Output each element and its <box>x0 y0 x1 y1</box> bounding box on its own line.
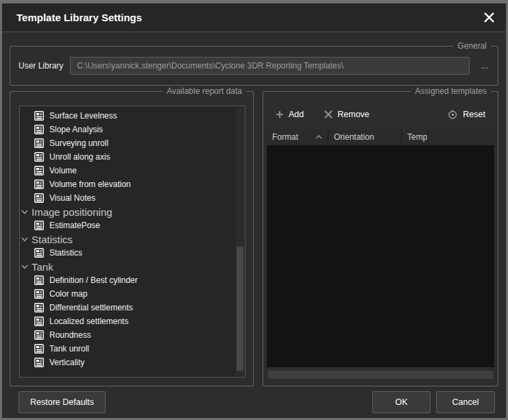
report-icon <box>34 221 44 230</box>
report-icon <box>34 138 44 148</box>
report-icon <box>34 248 44 258</box>
report-icon <box>34 125 44 134</box>
tree-item-row[interactable]: Volume from elevation <box>20 177 245 191</box>
tree-row-label: Color map <box>49 289 87 299</box>
table-body-empty[interactable] <box>267 145 494 367</box>
general-legend: General <box>453 40 491 51</box>
horizontal-scrollbar-thumb[interactable] <box>268 371 493 379</box>
cancel-button[interactable]: Cancel <box>436 391 495 413</box>
tree-row-label: Unroll along axis <box>49 152 110 162</box>
column-header-empty[interactable] <box>428 129 494 145</box>
report-icon <box>34 344 44 354</box>
assigned-templates-groupbox: Assigned templates Add Remove <box>263 91 498 386</box>
tree-item-row[interactable]: Slope Analysis <box>20 123 245 136</box>
tree-item-row[interactable]: Volume <box>20 164 245 177</box>
tree-row-label: Statistics <box>49 248 82 258</box>
tree-row-label: Verticality <box>49 358 84 367</box>
report-icon <box>34 180 44 189</box>
tree-item-row[interactable]: Unroll along axis <box>20 150 245 164</box>
tree-group-row[interactable]: Image positioning <box>20 205 245 219</box>
report-icon <box>34 358 44 367</box>
tree-item-row[interactable]: Verticality <box>20 356 245 369</box>
tree-row-label: Volume from elevation <box>49 180 131 189</box>
tree-item-row[interactable]: Color map <box>20 287 245 301</box>
tree-item-row[interactable]: Statistics <box>20 246 245 260</box>
tree-row-label: Surveying unroll <box>49 138 108 148</box>
add-button[interactable]: Add <box>271 108 308 121</box>
report-icon <box>34 317 44 326</box>
tree-row-label: Image positioning <box>32 206 112 218</box>
tree-item-row[interactable]: Surveying unroll <box>20 136 245 150</box>
remove-button[interactable]: Remove <box>320 108 374 121</box>
middle-panels: Available report data Surface LevelnessS… <box>10 91 498 386</box>
report-icon <box>34 275 44 285</box>
assigned-templates-table: FormatOrientationTemp <box>267 129 494 367</box>
tree-row-label: Roundness <box>49 330 91 340</box>
general-groupbox: General User Library C:\Users\yannick.st… <box>10 46 498 86</box>
assigned-templates-legend: Assigned templates <box>411 86 491 97</box>
close-button[interactable] <box>480 9 498 27</box>
tree-row-label: Surface Levelness <box>49 111 117 121</box>
report-data-tree: Surface LevelnessSlope AnalysisSurveying… <box>20 106 245 377</box>
template-library-settings-dialog: Template Library Settings General User L… <box>0 0 508 420</box>
chevron-down-icon <box>21 264 28 269</box>
chevron-down-icon <box>21 210 28 214</box>
table-header-row: FormatOrientationTemp <box>267 129 494 145</box>
ok-button[interactable]: OK <box>372 391 431 413</box>
tree-row-label: Volume <box>49 166 77 175</box>
reset-circular-arrow-icon <box>448 110 458 120</box>
user-library-label: User Library <box>19 61 63 71</box>
column-header-label: Temp <box>407 132 427 142</box>
tree-row-label: Localized settlements <box>49 317 128 326</box>
column-header-format[interactable]: Format <box>267 129 328 145</box>
column-header-temp[interactable]: Temp <box>402 129 428 145</box>
chevron-down-icon <box>21 237 28 242</box>
report-icon <box>34 152 44 162</box>
tree-row-label: Tank <box>32 261 53 273</box>
caret-up-icon <box>311 135 322 139</box>
tree-item-row[interactable]: Definition / Best cylinder <box>20 273 245 287</box>
tree-row-label: Visual Notes <box>49 193 95 203</box>
vertical-scrollbar[interactable] <box>236 107 244 376</box>
report-icon <box>34 303 44 312</box>
tree-row-label: Differential settlements <box>49 303 133 312</box>
report-data-listbox: Surface LevelnessSlope AnalysisSurveying… <box>19 106 245 378</box>
report-icon <box>34 193 44 203</box>
footer-bar: Restore Defaults OK Cancel <box>10 386 498 418</box>
tree-item-row[interactable]: Surface Levelness <box>20 109 245 123</box>
dialog-title: Template Library Settings <box>16 12 480 23</box>
column-header-label: Orientation <box>334 132 374 142</box>
browse-button[interactable]: ... <box>476 57 492 75</box>
tree-item-row[interactable]: Tank unroll <box>20 342 245 356</box>
report-icon <box>34 111 44 121</box>
tree-item-row[interactable]: Localized settlements <box>20 314 245 328</box>
tree-item-row[interactable]: Differential settlements <box>20 301 245 314</box>
close-icon <box>483 12 495 23</box>
tree-row-label: EstimatePose <box>49 221 100 230</box>
report-icon <box>34 166 44 175</box>
tree-row-label: Slope Analysis <box>49 125 103 134</box>
column-header-orientation[interactable]: Orientation <box>328 129 402 145</box>
tree-row-label: Tank unroll <box>49 344 89 354</box>
tree-row-label: Statistics <box>32 234 73 245</box>
reset-button[interactable]: Reset <box>444 108 489 121</box>
horizontal-scrollbar[interactable] <box>267 370 494 380</box>
assigned-templates-toolbar: Add Remove <box>271 106 489 123</box>
tree-item-row[interactable]: Visual Notes <box>20 191 245 205</box>
tree-item-row[interactable]: Roundness <box>20 328 245 342</box>
titlebar: Template Library Settings <box>2 3 506 32</box>
vertical-scrollbar-thumb[interactable] <box>237 247 243 371</box>
dialog-content: General User Library C:\Users\yannick.st… <box>2 32 506 418</box>
x-icon <box>324 110 332 119</box>
tree-item-row[interactable]: EstimatePose <box>20 219 245 232</box>
report-icon <box>34 289 44 299</box>
tree-group-row[interactable]: Tank <box>20 260 245 273</box>
plus-icon <box>276 110 284 119</box>
report-icon <box>34 330 44 340</box>
user-library-path-input[interactable]: C:\Users\yannick.stenger\Documents\Cyclo… <box>70 57 470 75</box>
restore-defaults-button[interactable]: Restore Defaults <box>19 391 106 413</box>
available-report-data-groupbox: Available report data Surface LevelnessS… <box>10 91 254 386</box>
tree-group-row[interactable]: Statistics <box>20 232 245 246</box>
column-header-label: Format <box>272 132 298 142</box>
available-report-data-legend: Available report data <box>162 86 246 97</box>
